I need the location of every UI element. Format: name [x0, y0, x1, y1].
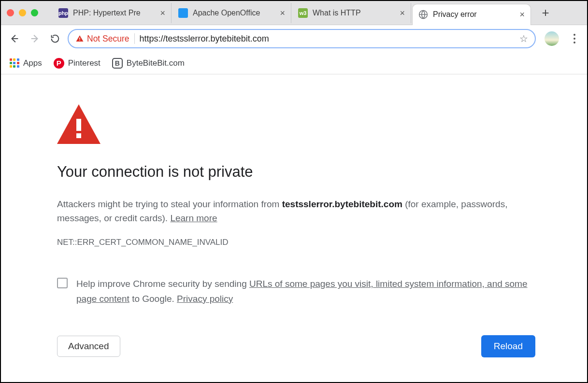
- error-body-domain: testsslerror.bytebitebit.com: [282, 199, 402, 209]
- globe-icon: [418, 10, 428, 19]
- security-label: Not Secure: [87, 34, 129, 44]
- window-controls: [7, 9, 38, 16]
- menu-button[interactable]: [568, 34, 581, 43]
- learn-more-link[interactable]: Learn more: [170, 213, 217, 223]
- error-title: Your connection is not private: [57, 160, 535, 184]
- svg-rect-2: [79, 40, 80, 41]
- reporting-opt-in: Help improve Chrome security by sending …: [57, 277, 535, 306]
- reload-button[interactable]: [47, 31, 63, 46]
- tab-label: PHP: Hypertext Pre: [73, 9, 156, 17]
- close-tab-icon[interactable]: ×: [519, 10, 525, 19]
- tab-apache[interactable]: Apache OpenOffice ×: [172, 3, 291, 23]
- favicon-php: php: [58, 8, 68, 18]
- svg-rect-3: [76, 119, 81, 131]
- address-bar[interactable]: Not Secure https://testsslerror.bytebite…: [68, 29, 536, 48]
- pinterest-icon: P: [54, 58, 64, 69]
- tab-strip: php PHP: Hypertext Pre × Apache OpenOffi…: [1, 1, 587, 25]
- close-tab-icon[interactable]: ×: [160, 9, 165, 17]
- warning-large-icon: [57, 104, 535, 144]
- tab-php[interactable]: php PHP: Hypertext Pre ×: [53, 3, 172, 23]
- tab-label: Privacy error: [433, 10, 516, 19]
- optin-pre: Help improve Chrome security by sending: [76, 279, 249, 289]
- close-tab-icon[interactable]: ×: [280, 9, 285, 17]
- favicon-apache: [178, 8, 188, 18]
- separator: [134, 33, 135, 44]
- back-button[interactable]: [7, 31, 22, 46]
- error-body: Attackers might be trying to steal your …: [57, 197, 535, 226]
- close-tab-icon[interactable]: ×: [400, 9, 405, 17]
- toolbar: Not Secure https://testsslerror.bytebite…: [1, 25, 587, 52]
- bookmarks-bar: Apps P Pinterest B ByteBiteBit.com: [1, 52, 587, 74]
- advanced-button[interactable]: Advanced: [57, 336, 120, 357]
- tab-label: What is HTTP: [313, 9, 396, 17]
- window-close-button[interactable]: [7, 9, 14, 16]
- bytebitebit-icon: B: [112, 58, 123, 69]
- ssl-error-interstitial: Your connection is not private Attackers…: [57, 104, 535, 357]
- error-code: NET::ERR_CERT_COMMON_NAME_INVALID: [57, 236, 535, 249]
- tab-label: Apache OpenOffice: [193, 9, 276, 17]
- favicon-http: w3: [298, 8, 308, 18]
- reporting-checkbox[interactable]: [57, 278, 68, 288]
- bookmark-label: Pinterest: [68, 58, 100, 68]
- forward-button[interactable]: [27, 31, 43, 46]
- reporting-text: Help improve Chrome security by sending …: [76, 277, 535, 306]
- profile-avatar[interactable]: [545, 31, 559, 46]
- page-content: Your connection is not private Attackers…: [1, 74, 587, 382]
- bookmark-bytebitebit[interactable]: B ByteBiteBit.com: [112, 58, 185, 69]
- bookmark-label: ByteBiteBit.com: [127, 58, 185, 68]
- tab-http[interactable]: w3 What is HTTP ×: [292, 3, 411, 23]
- window-minimize-button[interactable]: [19, 9, 26, 16]
- reload-page-button[interactable]: Reload: [481, 335, 535, 357]
- svg-rect-4: [76, 133, 81, 138]
- apps-shortcut[interactable]: Apps: [10, 58, 42, 68]
- bookmark-star-icon[interactable]: ☆: [519, 33, 528, 44]
- optin-link-privacy[interactable]: Privacy policy: [177, 294, 233, 304]
- action-row: Advanced Reload: [57, 335, 535, 357]
- apps-label: Apps: [23, 58, 42, 68]
- tab-privacy-error[interactable]: Privacy error ×: [412, 4, 531, 25]
- apps-grid-icon: [10, 58, 19, 68]
- security-indicator[interactable]: Not Secure: [75, 34, 129, 44]
- bookmark-pinterest[interactable]: P Pinterest: [54, 58, 100, 69]
- error-body-pre: Attackers might be trying to steal your …: [57, 199, 282, 209]
- window-maximize-button[interactable]: [31, 9, 38, 16]
- svg-rect-1: [79, 38, 80, 40]
- optin-mid: to Google.: [129, 294, 177, 304]
- new-tab-button[interactable]: +: [535, 5, 556, 20]
- url-text[interactable]: https://testsslerror.bytebitebit.com: [140, 34, 515, 44]
- warning-triangle-icon: [75, 34, 84, 43]
